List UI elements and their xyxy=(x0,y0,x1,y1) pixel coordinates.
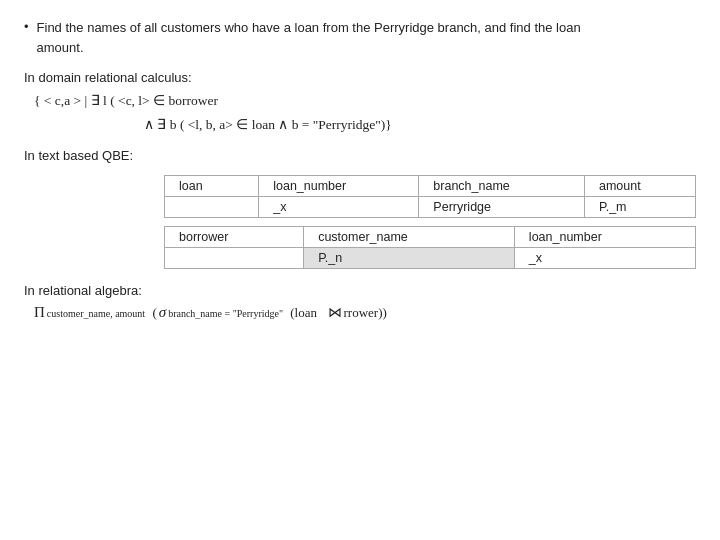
open-paren xyxy=(147,305,150,321)
sigma-subscript: branch_name = "Perryridge" xyxy=(168,308,283,319)
open-paren-sym: ( xyxy=(152,305,156,321)
loan-row-col3: P._m xyxy=(584,196,695,217)
algebra-label: In relational algebra: xyxy=(24,283,696,298)
borrower-col-loan-number: loan_number xyxy=(514,226,695,247)
loan-row-col2: Perryridge xyxy=(419,196,585,217)
borrower-row-col1: P._n xyxy=(304,247,515,268)
bowtie-space xyxy=(319,305,326,321)
qbe-table-section: loan loan_number branch_name amount _x P… xyxy=(24,175,696,269)
domain-calculus-section: In domain relational calculus: { < c,a >… xyxy=(24,67,696,138)
loan-row-col1: _x xyxy=(259,196,419,217)
borrower-row-col2: _x xyxy=(514,247,695,268)
domain-calculus-line1: { < c,a > | ∃ l ( <c, l> ∈ borrower xyxy=(34,89,696,113)
borrower-table: borrower customer_name loan_number P._n … xyxy=(164,226,696,269)
loan-col-loan-number: loan_number xyxy=(259,175,419,196)
bullet-line1: Find the names of all customers who have… xyxy=(37,20,581,35)
algebra-section: In relational algebra: Πcustomer_name, a… xyxy=(24,283,696,321)
domain-calculus-line2: ∧ ∃ b ( <l, b, a> ∈ loan ∧ b = "Perryrid… xyxy=(144,113,696,137)
pi-subscript: customer_name, amount xyxy=(47,308,145,319)
qbe-label: In text based QBE: xyxy=(24,148,696,163)
borrower-row-col0 xyxy=(165,247,304,268)
loan-table: loan loan_number branch_name amount _x P… xyxy=(164,175,696,218)
pi-symbol: Π xyxy=(34,304,45,321)
rrower-text: rrower)) xyxy=(344,305,387,321)
loan-col-loan: loan xyxy=(165,175,259,196)
loan-text: (loan xyxy=(290,305,317,321)
bullet-text: Find the names of all customers who have… xyxy=(37,18,581,57)
sigma-symbol: σ xyxy=(159,304,166,321)
borrower-col-borrower: borrower xyxy=(165,226,304,247)
bullet-section: • Find the names of all customers who ha… xyxy=(24,18,696,57)
sigma-space xyxy=(285,305,288,321)
borrower-col-customer-name: customer_name xyxy=(304,226,515,247)
loan-row-col0 xyxy=(165,196,259,217)
bullet-line2: amount. xyxy=(37,40,84,55)
loan-col-branch-name: branch_name xyxy=(419,175,585,196)
qbe-tables: loan loan_number branch_name amount _x P… xyxy=(164,175,696,269)
bullet-symbol: • xyxy=(24,19,29,57)
loan-col-amount: amount xyxy=(584,175,695,196)
domain-calculus-label: In domain relational calculus: xyxy=(24,67,696,89)
bowtie-symbol: ⋈ xyxy=(328,304,342,321)
algebra-line: Πcustomer_name, amount ( σbranch_name = … xyxy=(34,304,696,321)
